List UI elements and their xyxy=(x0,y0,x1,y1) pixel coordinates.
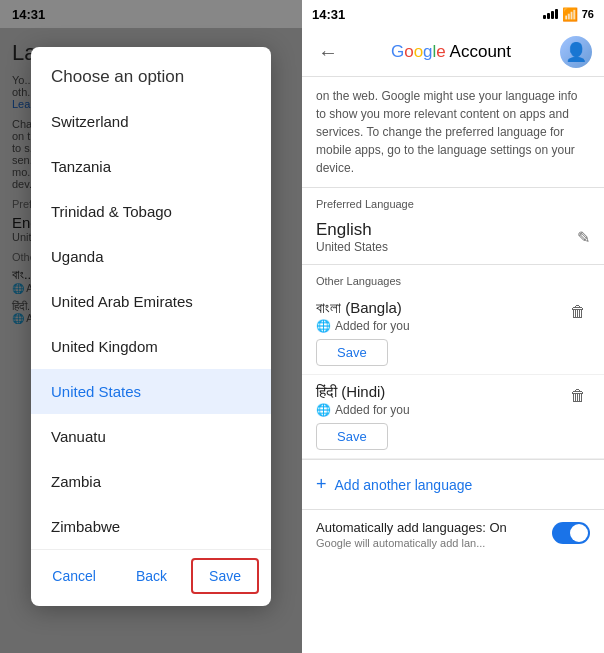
preferred-language-region: United States xyxy=(316,240,388,254)
preferred-language-info: English United States xyxy=(316,220,388,254)
globe-icon-hindi: 🌐 xyxy=(316,403,331,417)
other-languages-label: Other Languages xyxy=(302,265,604,291)
delete-bangla-icon[interactable]: 🗑 xyxy=(566,299,590,325)
modal-item-zimbabwe[interactable]: Zimbabwe xyxy=(31,504,271,549)
edit-preferred-language-icon[interactable]: ✎ xyxy=(577,228,590,247)
country-select-modal: Choose an option SwitzerlandTanzaniaTrin… xyxy=(31,47,271,606)
language-card-bangla: বাংলা (Bangla) 🌐 Added for you 🗑 Save xyxy=(302,291,604,375)
hindi-added-text: Added for you xyxy=(335,403,410,417)
right-scroll-content: on the web. Google might use your langua… xyxy=(302,77,604,653)
modal-item-vanuatu[interactable]: Vanuatu xyxy=(31,414,271,459)
right-panel: 14:31 📶 76 ← Google Account 👤 on the web… xyxy=(302,0,604,653)
add-language-row[interactable]: + Add another language xyxy=(302,459,604,509)
save-hindi-button[interactable]: Save xyxy=(316,423,388,450)
time-right: 14:31 xyxy=(312,7,345,22)
modal-list[interactable]: SwitzerlandTanzaniaTrinidad & TobagoUgan… xyxy=(31,99,271,549)
modal-item-uganda[interactable]: Uganda xyxy=(31,234,271,279)
wifi-icon: 📶 xyxy=(562,7,578,22)
auto-add-toggle[interactable] xyxy=(552,522,590,544)
preferred-language-label: Preferred Language xyxy=(302,188,604,214)
account-header: ← Google Account 👤 xyxy=(302,28,604,77)
modal-item-united-states[interactable]: United States xyxy=(31,369,271,414)
avatar[interactable]: 👤 xyxy=(560,36,592,68)
add-language-label: Add another language xyxy=(335,477,473,493)
toggle-knob xyxy=(570,524,588,542)
google-account-title: Google Account xyxy=(391,42,511,62)
auto-add-title: Automatically add languages: On xyxy=(316,520,544,535)
signal-icon xyxy=(543,9,558,19)
status-icons: 📶 76 xyxy=(543,7,594,22)
delete-hindi-icon[interactable]: 🗑 xyxy=(566,383,590,409)
modal-title: Choose an option xyxy=(31,47,271,99)
left-panel: 14:31 La... Yo...oth...Lea... Cha...on t… xyxy=(0,0,302,653)
add-plus-icon: + xyxy=(316,474,327,495)
battery-icon: 76 xyxy=(582,8,594,20)
bangla-name: বাংলা (Bangla) xyxy=(316,299,566,317)
status-bar-right: 14:31 📶 76 xyxy=(302,0,604,28)
auto-add-description: Google will automatically add lan... xyxy=(316,537,544,549)
info-text: on the web. Google might use your langua… xyxy=(302,77,604,188)
modal-item-united-arab-emirates[interactable]: United Arab Emirates xyxy=(31,279,271,324)
modal-item-zambia[interactable]: Zambia xyxy=(31,459,271,504)
back-button[interactable]: Back xyxy=(120,558,183,594)
modal-item-trinidad-&-tobago[interactable]: Trinidad & Tobago xyxy=(31,189,271,234)
modal-item-tanzania[interactable]: Tanzania xyxy=(31,144,271,189)
save-button[interactable]: Save xyxy=(191,558,259,594)
preferred-language-row: English United States ✎ xyxy=(302,214,604,265)
preferred-language-name: English xyxy=(316,220,388,240)
modal-overlay: Choose an option SwitzerlandTanzaniaTrin… xyxy=(0,0,302,653)
auto-add-row: Automatically add languages: On Google w… xyxy=(302,509,604,559)
modal-actions: Cancel Back Save xyxy=(31,549,271,606)
save-bangla-button[interactable]: Save xyxy=(316,339,388,366)
hindi-name: हिंदी (Hindi) xyxy=(316,383,566,401)
globe-icon-bangla: 🌐 xyxy=(316,319,331,333)
modal-item-switzerland[interactable]: Switzerland xyxy=(31,99,271,144)
cancel-button[interactable]: Cancel xyxy=(36,558,112,594)
back-button[interactable]: ← xyxy=(314,37,342,68)
bangla-added-text: Added for you xyxy=(335,319,410,333)
language-card-hindi: हिंदी (Hindi) 🌐 Added for you 🗑 Save xyxy=(302,375,604,459)
modal-item-united-kingdom[interactable]: United Kingdom xyxy=(31,324,271,369)
